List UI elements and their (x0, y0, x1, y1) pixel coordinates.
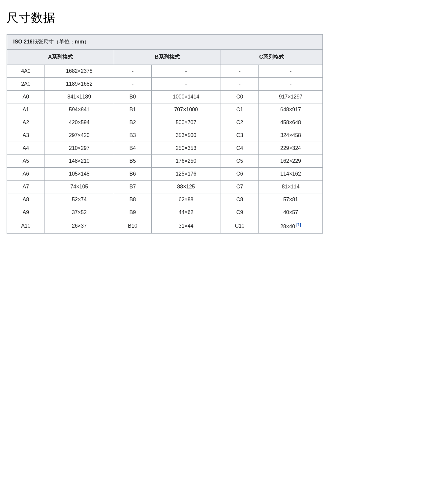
table-row: A937×52B944×62C940×57 (7, 206, 323, 219)
b-series-name: B9 (114, 206, 151, 219)
a-series-name: A10 (7, 219, 45, 233)
caption-text: 纸张尺寸（单位：mm） (33, 39, 89, 44)
table-header-row: A系列格式 B系列格式 C系列格式 (7, 50, 323, 65)
c-series-name: C9 (221, 206, 258, 219)
b-series-dim: 125×176 (151, 168, 221, 181)
b-series-dim: 707×1000 (151, 103, 221, 116)
c-series-name: C8 (221, 193, 258, 206)
c-series-dim: 114×162 (259, 168, 323, 181)
caption-bold: ISO 216 (13, 39, 33, 44)
c-series-name: C7 (221, 181, 258, 193)
b-series-dim: 500×707 (151, 116, 221, 129)
table-container: ISO 216纸张尺寸（单位：mm） A系列格式 B系列格式 C系列格式 4A0… (7, 34, 323, 234)
a-series-dim: 26×37 (45, 219, 114, 233)
table-row: A1026×37B1031×44C1028×40 [1] (7, 219, 323, 233)
c-series-dim: 81×114 (259, 181, 323, 193)
c-series-dim: 57×81 (259, 193, 323, 206)
table-caption-row: ISO 216纸张尺寸（单位：mm） (7, 35, 323, 50)
b-series-dim: 44×62 (151, 206, 221, 219)
b-series-name: - (114, 65, 151, 78)
table-row: 2A01189×1682---- (7, 78, 323, 91)
c-series-name: C0 (221, 91, 258, 103)
dimensions-table: ISO 216纸张尺寸（单位：mm） A系列格式 B系列格式 C系列格式 4A0… (7, 34, 323, 233)
a-series-dim: 841×1189 (45, 91, 114, 103)
b-series-name: B8 (114, 193, 151, 206)
c-series-name: C10 (221, 219, 258, 233)
b-series-dim: 1000×1414 (151, 91, 221, 103)
a-series-name: A2 (7, 116, 45, 129)
c-series-dim: 28×40 [1] (259, 219, 323, 233)
b-series-name: B7 (114, 181, 151, 193)
a-series-dim: 74×105 (45, 181, 114, 193)
a-series-dim: 148×210 (45, 155, 114, 168)
table-row: A852×74B862×88C857×81 (7, 193, 323, 206)
c-series-dim: 40×57 (259, 206, 323, 219)
b-series-name: B5 (114, 155, 151, 168)
table-row: 4A01682×2378---- (7, 65, 323, 78)
a-series-name: 2A0 (7, 78, 45, 91)
c-series-dim: 162×229 (259, 155, 323, 168)
a-series-name: 4A0 (7, 65, 45, 78)
a-series-name: A1 (7, 103, 45, 116)
c-series-name: - (221, 78, 258, 91)
b-series-name: B0 (114, 91, 151, 103)
c-series-dim: 324×458 (259, 129, 323, 142)
footnote-ref[interactable]: [1] (295, 222, 301, 227)
header-a-series: A系列格式 (7, 50, 114, 65)
b-series-name: B3 (114, 129, 151, 142)
a-series-dim: 210×297 (45, 142, 114, 155)
c-series-name: C6 (221, 168, 258, 181)
a-series-dim: 594×841 (45, 103, 114, 116)
c-series-dim: 458×648 (259, 116, 323, 129)
a-series-name: A6 (7, 168, 45, 181)
b-series-name: B1 (114, 103, 151, 116)
c-series-dim: - (259, 78, 323, 91)
table-row: A6105×148B6125×176C6114×162 (7, 168, 323, 181)
a-series-dim: 420×594 (45, 116, 114, 129)
a-series-name: A0 (7, 91, 45, 103)
a-series-dim: 1682×2378 (45, 65, 114, 78)
a-series-dim: 37×52 (45, 206, 114, 219)
b-series-dim: 353×500 (151, 129, 221, 142)
a-series-name: A9 (7, 206, 45, 219)
table-caption: ISO 216纸张尺寸（单位：mm） (7, 35, 323, 50)
b-series-name: B2 (114, 116, 151, 129)
table-row: A1594×841B1707×1000C1648×917 (7, 103, 323, 116)
b-series-dim: 62×88 (151, 193, 221, 206)
a-series-name: A4 (7, 142, 45, 155)
b-series-name: B10 (114, 219, 151, 233)
table-row: A774×105B788×125C781×114 (7, 181, 323, 193)
a-series-dim: 1189×1682 (45, 78, 114, 91)
c-series-name: - (221, 65, 258, 78)
b-series-dim: 250×353 (151, 142, 221, 155)
b-series-dim: 31×44 (151, 219, 221, 233)
c-series-dim: 648×917 (259, 103, 323, 116)
b-series-dim: - (151, 78, 221, 91)
c-series-name: C1 (221, 103, 258, 116)
page-title: 尺寸数据 (7, 10, 415, 26)
a-series-name: A5 (7, 155, 45, 168)
a-series-name: A7 (7, 181, 45, 193)
table-row: A2420×594B2500×707C2458×648 (7, 116, 323, 129)
header-b-series: B系列格式 (114, 50, 221, 65)
a-series-name: A3 (7, 129, 45, 142)
a-series-dim: 297×420 (45, 129, 114, 142)
table-row: A5148×210B5176×250C5162×229 (7, 155, 323, 168)
table-row: A0841×1189B01000×1414C0917×1297 (7, 91, 323, 103)
a-series-name: A8 (7, 193, 45, 206)
c-series-dim: - (259, 65, 323, 78)
table-row: A4210×297B4250×353C4229×324 (7, 142, 323, 155)
b-series-name: B4 (114, 142, 151, 155)
c-series-name: C2 (221, 116, 258, 129)
c-series-name: C3 (221, 129, 258, 142)
a-series-dim: 105×148 (45, 168, 114, 181)
b-series-name: - (114, 78, 151, 91)
c-series-name: C4 (221, 142, 258, 155)
c-series-dim: 229×324 (259, 142, 323, 155)
header-c-series: C系列格式 (221, 50, 322, 65)
b-series-dim: 176×250 (151, 155, 221, 168)
c-series-name: C5 (221, 155, 258, 168)
table-row: A3297×420B3353×500C3324×458 (7, 129, 323, 142)
table-body: 4A01682×2378----2A01189×1682----A0841×11… (7, 65, 323, 233)
c-series-dim: 917×1297 (259, 91, 323, 103)
